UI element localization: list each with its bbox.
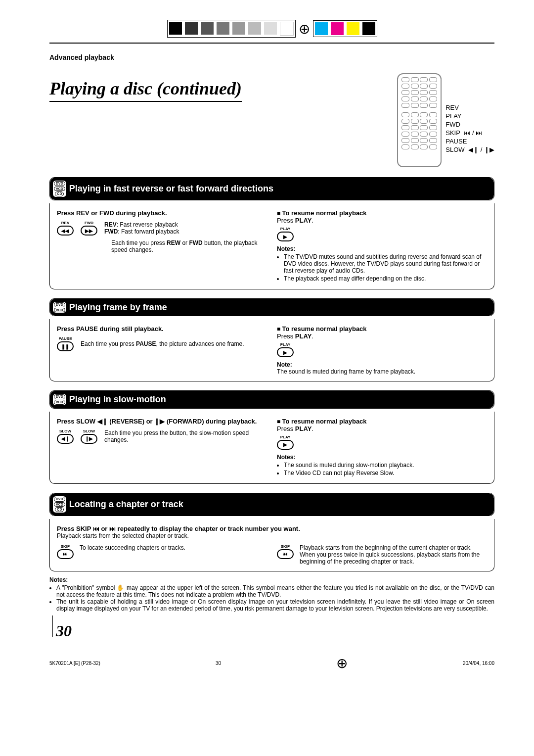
print-footer: 5K70201A [E] (P28-32) 30 ⊕ 20/4/04, 16:0… bbox=[49, 655, 494, 671]
section-locate-body: Press SKIP ⏮ or ⏭ repeatedly to display … bbox=[49, 519, 494, 571]
registration-cross-icon: ⊕ bbox=[299, 21, 310, 37]
locate-instruction: Press SKIP ⏮ or ⏭ repeatedly to display … bbox=[57, 525, 487, 532]
play-button-icon: PLAY ▶ bbox=[277, 227, 294, 241]
fwd-button-icon: FWD ▶▶ bbox=[81, 221, 97, 236]
skip-back-button-icon: SKIP ⏮ bbox=[277, 544, 294, 559]
section-slow-body: Press SLOW ◀❙ (REVERSE) or ❙▶ (FORWARD) … bbox=[49, 412, 494, 484]
frame-instruction: Press PAUSE during still playback. bbox=[57, 325, 267, 332]
registration-marks: ⊕ bbox=[49, 20, 494, 38]
remote-label-pause: PAUSE bbox=[445, 138, 467, 145]
print-footer-right: 20/4/04, 16:00 bbox=[463, 661, 494, 666]
remote-callouts: REV PLAY FWD SKIP ⏮ / ⏭ PAUSE SLOW ◀❙ / … bbox=[445, 104, 494, 153]
pause-button-icon: PAUSE ❚❚ bbox=[57, 336, 74, 351]
slow-rev-button-icon: SLOW ◀❙ bbox=[57, 429, 74, 444]
page-title: Playing a disc (continued) bbox=[49, 78, 242, 102]
section-fastplay-header: DVD VCD CD Playing in fast reverse or fa… bbox=[49, 177, 494, 200]
slow-fwd-button-icon: SLOW ❙▶ bbox=[81, 429, 97, 444]
remote-label-fwd: FWD bbox=[445, 121, 460, 128]
skip-icons: ⏮ / ⏭ bbox=[464, 129, 482, 137]
section-frame-header: DVD VCD Playing frame by frame bbox=[49, 298, 494, 316]
resume-heading: To resume normal playback bbox=[277, 418, 487, 425]
color-bar-right bbox=[313, 20, 377, 37]
remote-label-play: PLAY bbox=[445, 112, 461, 120]
section-slow-title: Playing in slow-motion bbox=[69, 394, 166, 405]
page: ⊕ Advanced playback Playing a disc (cont… bbox=[0, 0, 534, 691]
remote-diagram: REV PLAY FWD SKIP ⏮ / ⏭ PAUSE SLOW ◀❙ / … bbox=[397, 73, 494, 167]
slow-instruction: Press SLOW ◀❙ (REVERSE) or ❙▶ (FORWARD) … bbox=[57, 418, 267, 425]
footer-notes: Notes: A "Prohibition" symbol ✋ may appe… bbox=[49, 576, 494, 612]
top-rule bbox=[49, 43, 494, 44]
remote-label-rev: REV bbox=[445, 104, 459, 111]
section-slow-header: DVD VCD Playing in slow-motion bbox=[49, 390, 494, 408]
section-label: Advanced playback bbox=[49, 53, 494, 61]
registration-cross-icon: ⊕ bbox=[336, 655, 348, 671]
section-fastplay-body: Press REV or FWD during playback. REV ◀◀… bbox=[49, 203, 494, 289]
skip-fwd-button-icon: SKIP ⏭ bbox=[57, 544, 74, 559]
print-footer-left: 5K70201A [E] (P28-32) bbox=[49, 661, 100, 666]
disc-badges: DVD VCD CD bbox=[53, 181, 66, 197]
resume-heading: To resume normal playback bbox=[277, 325, 487, 332]
section-frame-body: Press PAUSE during still playback. PAUSE… bbox=[49, 319, 494, 381]
section-locate-header: DVD VCD CD Locating a chapter or track bbox=[49, 493, 494, 516]
section-frame-title: Playing frame by frame bbox=[69, 302, 167, 313]
section-locate-title: Locating a chapter or track bbox=[69, 499, 183, 510]
remote-outline bbox=[397, 73, 442, 167]
resume-heading: To resume normal playback bbox=[277, 209, 487, 217]
play-button-icon: PLAY ▶ bbox=[277, 435, 294, 450]
notes-label: Notes: bbox=[277, 245, 487, 252]
play-button-icon: PLAY ▶ bbox=[277, 342, 294, 357]
section-fastplay-title: Playing in fast reverse or fast forward … bbox=[69, 184, 273, 194]
page-number: 30 bbox=[56, 622, 72, 640]
rev-button-icon: REV ◀◀ bbox=[57, 221, 74, 236]
slow-icons: ◀❙ / ❙▶ bbox=[468, 146, 494, 153]
print-footer-mid: 30 bbox=[216, 661, 221, 666]
color-bar-left bbox=[167, 20, 296, 38]
fastplay-instruction: Press REV or FWD during playback. bbox=[57, 209, 267, 217]
remote-label-slow: SLOW bbox=[445, 146, 464, 153]
fastplay-notes: The TV/DVD mutes sound and subtitles dur… bbox=[277, 253, 487, 282]
remote-label-skip: SKIP bbox=[445, 129, 460, 137]
page-num-rule bbox=[52, 615, 53, 637]
